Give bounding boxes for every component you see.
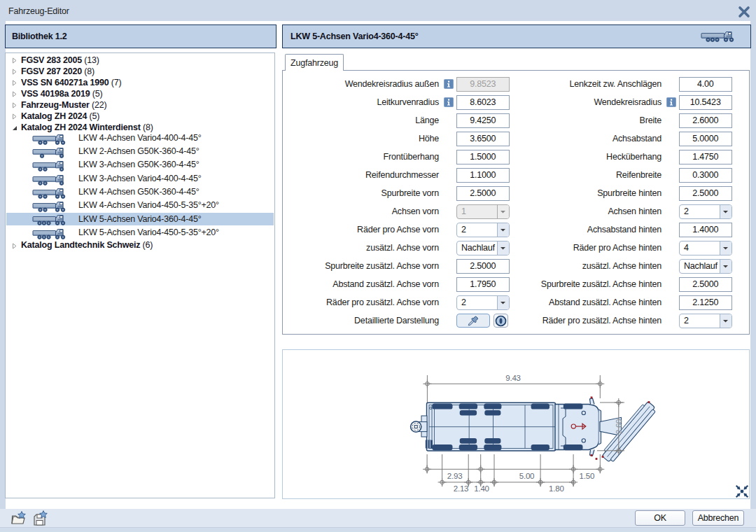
svg-text:1.50: 1.50 [580,472,595,480]
svg-text:1.40: 1.40 [474,484,489,493]
svg-text:5.00: 5.00 [519,472,535,480]
svg-text:2.93: 2.93 [447,472,463,480]
svg-text:2.13: 2.13 [454,484,469,493]
svg-text:1.80: 1.80 [549,484,564,493]
svg-text:9.43: 9.43 [505,374,521,382]
svg-text:2.60: 2.60 [615,419,623,435]
